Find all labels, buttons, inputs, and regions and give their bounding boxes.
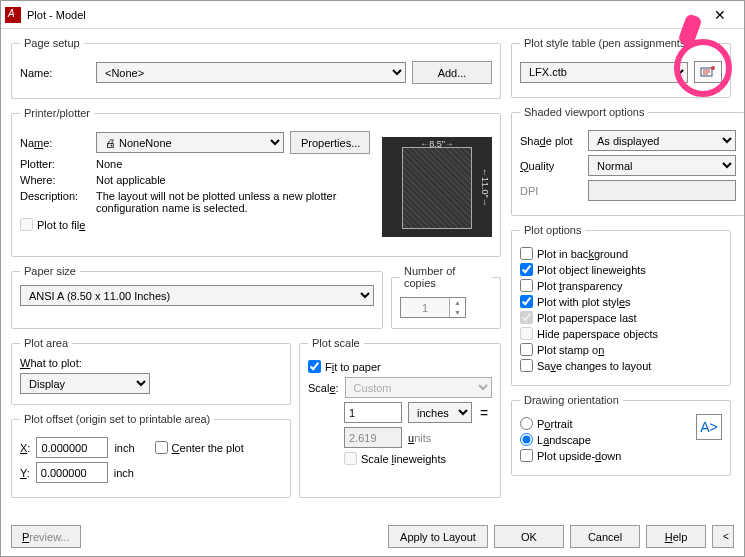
copies-group: Number of copies ▲▼ bbox=[391, 265, 501, 329]
copies-legend: Number of copies bbox=[400, 265, 492, 289]
shaded-legend: Shaded viewport options bbox=[520, 106, 648, 118]
window-title: Plot - Model bbox=[27, 9, 700, 21]
ok-button[interactable]: OK bbox=[494, 525, 564, 548]
plot-styles-check[interactable]: Plot with plot styles bbox=[520, 295, 722, 308]
hide-paperspace-check: Hide paperspace objects bbox=[520, 327, 722, 340]
style-table-select[interactable]: LFX.ctb bbox=[520, 62, 688, 83]
scale-lineweights-check: Scale lineweights bbox=[344, 452, 492, 465]
paper-preview: ←8.5"→ ←11.0"→ bbox=[382, 137, 492, 237]
dpi-input bbox=[588, 180, 736, 201]
titlebar: Plot - Model ✕ bbox=[1, 1, 744, 29]
page-name-label: Name: bbox=[20, 67, 90, 79]
plot-options-group: Plot options Plot in background Plot obj… bbox=[511, 224, 731, 386]
plot-transparency-check[interactable]: Plot transparency bbox=[520, 279, 722, 292]
copies-down: ▼ bbox=[449, 308, 465, 318]
copies-spinner: ▲▼ bbox=[400, 297, 466, 318]
orientation-legend: Drawing orientation bbox=[520, 394, 623, 406]
where-label: Where: bbox=[20, 174, 90, 186]
desc-label: Description: bbox=[20, 190, 90, 202]
apply-button: Apply to Layout bbox=[388, 525, 488, 548]
shade-plot-select[interactable]: As displayed bbox=[588, 130, 736, 151]
plot-options-legend: Plot options bbox=[520, 224, 585, 236]
save-changes-check[interactable]: Save changes to layout bbox=[520, 359, 722, 372]
paper-size-legend: Paper size bbox=[20, 265, 80, 277]
scale-num-input[interactable] bbox=[344, 402, 402, 423]
style-table-legend: Plot style table (pen assignments) bbox=[520, 37, 693, 49]
fit-to-paper-check[interactable]: Fit to paper bbox=[308, 360, 492, 373]
desc-value: The layout will not be plotted unless a … bbox=[96, 190, 370, 214]
plotter-label: Plotter: bbox=[20, 158, 90, 170]
paper-size-select[interactable]: ANSI A (8.50 x 11.00 Inches) bbox=[20, 285, 374, 306]
printer-group: Printer/plotter Name: 🖨 NoneNone Propert… bbox=[11, 107, 501, 257]
shaded-viewport-group: Shaded viewport options Shade plotAs dis… bbox=[511, 106, 745, 216]
style-table-group: Plot style table (pen assignments) LFX.c… bbox=[511, 37, 731, 98]
preview-button: Preview... bbox=[11, 525, 81, 548]
preview-height: ←11.0"→ bbox=[480, 137, 490, 237]
plot-lineweights-check[interactable]: Plot object lineweights bbox=[520, 263, 722, 276]
plot-offset-group: Plot offset (origin set to printable are… bbox=[11, 413, 291, 498]
scale-den-input bbox=[344, 427, 402, 448]
svg-point-1 bbox=[711, 66, 715, 70]
center-plot-check[interactable]: Center the plot bbox=[155, 441, 244, 454]
shade-plot-label: Shade plot bbox=[520, 135, 582, 147]
plot-background-check[interactable]: Plot in background bbox=[520, 247, 722, 260]
plot-area-legend: Plot area bbox=[20, 337, 72, 349]
scale-label: Scale: bbox=[308, 382, 339, 394]
plot-offset-legend: Plot offset (origin set to printable are… bbox=[20, 413, 214, 425]
cancel-button[interactable]: Cancel bbox=[570, 525, 640, 548]
orientation-icon: A> bbox=[696, 414, 722, 440]
x-unit: inch bbox=[114, 442, 134, 454]
app-icon bbox=[5, 7, 21, 23]
y-unit: inch bbox=[114, 467, 134, 479]
page-setup-group: Page setup Name: <None> Add... bbox=[11, 37, 501, 99]
upside-down-check[interactable]: Plot upside-down bbox=[520, 449, 696, 462]
landscape-radio[interactable]: Landscape bbox=[520, 433, 696, 446]
x-input[interactable] bbox=[36, 437, 108, 458]
printer-name-label: Name: bbox=[20, 137, 90, 149]
printer-legend: Printer/plotter bbox=[20, 107, 94, 119]
preview-width: ←8.5"→ bbox=[382, 139, 492, 149]
plot-area-group: Plot area What to plot: Display bbox=[11, 337, 291, 405]
what-to-plot-select[interactable]: Display bbox=[20, 373, 150, 394]
add-button[interactable]: Add... bbox=[412, 61, 492, 84]
where-value: Not applicable bbox=[96, 174, 166, 186]
copies-input bbox=[401, 298, 449, 317]
x-label: X: bbox=[20, 442, 30, 454]
portrait-radio[interactable]: Portrait bbox=[520, 417, 696, 430]
help-button[interactable]: Help bbox=[646, 525, 706, 548]
plot-stamp-check[interactable]: Plot stamp on bbox=[520, 343, 722, 356]
y-input[interactable] bbox=[36, 462, 108, 483]
close-icon[interactable]: ✕ bbox=[700, 2, 740, 28]
copies-up: ▲ bbox=[449, 298, 465, 308]
orientation-group: Drawing orientation Portrait Landscape P… bbox=[511, 394, 731, 476]
plotter-value: None bbox=[96, 158, 122, 170]
equals-icon: = bbox=[480, 405, 488, 421]
plot-scale-group: Plot scale Fit to paper Scale:Custom inc… bbox=[299, 337, 501, 498]
what-to-plot-label: What to plot: bbox=[20, 357, 282, 369]
quality-label: Quality bbox=[520, 160, 582, 172]
plot-scale-legend: Plot scale bbox=[308, 337, 364, 349]
plot-to-file-check: Plot to file bbox=[20, 218, 370, 231]
printer-name-select[interactable]: 🖨 NoneNone bbox=[96, 132, 284, 153]
quality-select[interactable]: Normal bbox=[588, 155, 736, 176]
y-label: Y: bbox=[20, 467, 30, 479]
edit-style-button[interactable] bbox=[694, 61, 722, 83]
dpi-label: DPI bbox=[520, 185, 582, 197]
edit-style-icon bbox=[700, 65, 716, 79]
paper-size-group: Paper size ANSI A (8.50 x 11.00 Inches) bbox=[11, 265, 383, 329]
units-label: units bbox=[408, 432, 431, 444]
page-name-select[interactable]: <None> bbox=[96, 62, 406, 83]
scale-select: Custom bbox=[345, 377, 492, 398]
properties-button: Properties... bbox=[290, 131, 370, 154]
expand-button[interactable]: < bbox=[712, 525, 734, 548]
scale-unit-select[interactable]: inches bbox=[408, 402, 472, 423]
plot-paperspace-check: Plot paperspace last bbox=[520, 311, 722, 324]
page-setup-legend: Page setup bbox=[20, 37, 84, 49]
